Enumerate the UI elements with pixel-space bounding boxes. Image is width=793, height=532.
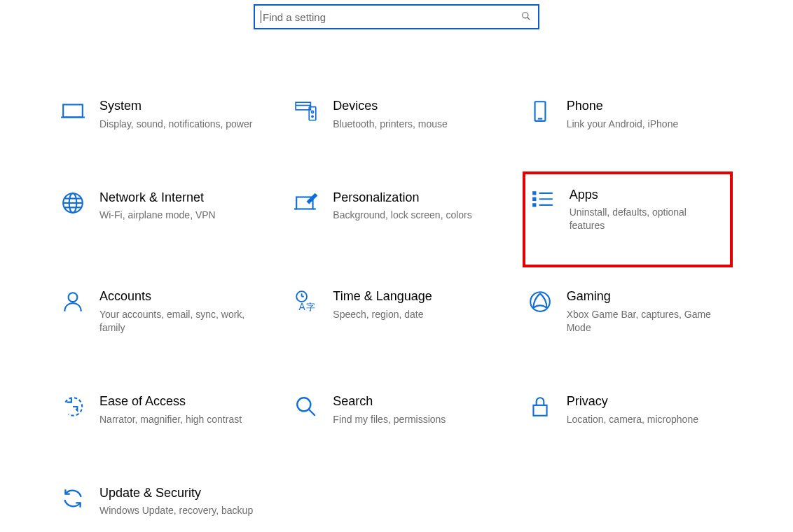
system-item[interactable]: System Display, sound, notifications, po… [60,94,266,136]
magnifier-icon [294,395,319,420]
search-box[interactable] [254,4,539,29]
network-desc: Wi-Fi, airplane mode, VPN [99,209,216,222]
ease-desc: Narrator, magnifier, high contrast [99,413,242,426]
svg-rect-19 [533,192,535,194]
apps-desc: Uninstall, defaults, optional features [570,206,724,232]
privacy-item[interactable]: Privacy Location, camera, microphone [527,389,733,432]
accounts-title: Accounts [99,290,260,304]
ease-of-access-item[interactable]: Ease of Access Narrator, magnifier, high… [60,389,266,432]
svg-text:字: 字 [306,302,315,312]
apps-icon [530,188,556,214]
accounts-desc: Your accounts, email, sync, work, family [99,308,260,335]
phone-item[interactable]: Phone Link your Android, iPhone [527,94,733,136]
accounts-icon [60,290,85,315]
ease-title: Ease of Access [99,395,242,409]
devices-item[interactable]: Devices Bluetooth, printers, mouse [294,94,499,136]
search-desc: Find my files, permissions [333,413,446,426]
search-container [254,4,539,29]
network-title: Network & Internet [99,191,216,205]
settings-grid: System Display, sound, notifications, po… [60,94,733,523]
time-desc: Speech, region, date [333,308,432,321]
gaming-desc: Xbox Game Bar, captures, Game Mode [567,308,727,335]
update-title: Update & Security [99,486,253,500]
personalization-desc: Background, lock screen, colors [333,209,471,222]
svg-text:A: A [299,301,306,312]
time-title: Time & Language [333,290,432,304]
svg-point-32 [298,398,311,411]
svg-line-33 [310,410,316,416]
ease-of-access-icon [60,395,85,420]
phone-title: Phone [567,99,679,113]
svg-rect-4 [296,102,310,110]
text-caret [261,10,261,23]
update-desc: Windows Update, recovery, backup [99,504,253,517]
gaming-icon [527,290,553,315]
search-icon [521,11,531,23]
svg-point-25 [69,293,78,302]
time-language-icon: A 字 [294,290,319,315]
search-input[interactable] [263,11,521,23]
svg-rect-2 [63,104,83,117]
svg-rect-21 [533,204,535,206]
svg-point-7 [312,111,314,113]
devices-title: Devices [333,99,447,113]
svg-line-1 [527,17,530,20]
gaming-item[interactable]: Gaming Xbox Game Bar, captures, Game Mod… [527,284,733,340]
apps-item[interactable]: Apps Uninstall, defaults, optional featu… [523,172,733,268]
time-item[interactable]: A 字 Time & Language Speech, region, date [294,284,499,340]
svg-rect-34 [533,405,546,416]
svg-point-8 [312,115,313,117]
phone-desc: Link your Android, iPhone [567,118,679,131]
update-icon [60,486,85,512]
privacy-title: Privacy [567,395,698,409]
apps-title: Apps [570,188,724,202]
svg-rect-20 [533,198,535,200]
network-item[interactable]: Network & Internet Wi-Fi, airplane mode,… [60,186,266,236]
system-icon [60,99,85,125]
lock-icon [527,395,553,420]
accounts-item[interactable]: Accounts Your accounts, email, sync, wor… [60,284,266,340]
svg-point-31 [530,292,550,312]
system-desc: Display, sound, notifications, power [99,118,252,131]
personalization-item[interactable]: Personalization Background, lock screen,… [294,186,499,236]
privacy-desc: Location, camera, microphone [567,413,698,426]
search-title: Search [333,395,446,409]
search-item[interactable]: Search Find my files, permissions [294,389,499,432]
phone-icon [527,99,553,125]
devices-desc: Bluetooth, printers, mouse [333,118,447,131]
devices-icon [294,99,319,125]
personalization-title: Personalization [333,191,471,205]
personalization-icon [294,191,319,216]
system-title: System [99,99,252,113]
svg-point-0 [523,12,528,18]
gaming-title: Gaming [567,290,727,304]
globe-icon [60,191,85,216]
update-item[interactable]: Update & Security Windows Update, recove… [60,481,266,524]
